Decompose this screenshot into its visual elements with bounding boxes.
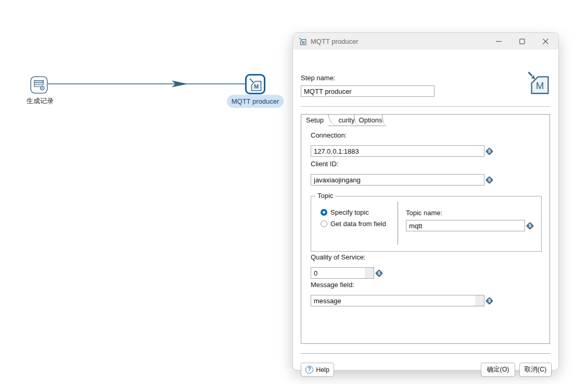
mqtt-glyph: M (248, 77, 262, 92)
footer-separator (301, 353, 550, 354)
cancel-button[interactable]: 取消(C) (519, 363, 552, 377)
tab-underline (328, 126, 386, 126)
dialog-step-icon: M (526, 69, 550, 95)
topic-group: Topic Specify topic Get data from field … (311, 196, 542, 252)
svg-text:M: M (302, 41, 305, 44)
get-data-from-field-radio-row[interactable]: Get data from field (321, 220, 386, 228)
ok-button[interactable]: 确定(O) (481, 363, 515, 377)
tab-folder: Setup Security Options Connection: $ Cli… (301, 114, 550, 344)
qos-combo-dropdown[interactable] (365, 268, 374, 278)
dialog-titlebar[interactable]: M MQTT producer (293, 33, 558, 49)
variable-icon: $ (485, 297, 493, 305)
maximize-button[interactable] (510, 33, 534, 49)
topic-name-label: Topic name: (406, 209, 442, 217)
tab-setup[interactable]: Setup (301, 115, 328, 126)
qos-label: Quality of Service: (311, 253, 366, 261)
mqtt-producer-dialog: M MQTT producer Step name: (293, 33, 558, 370)
message-field-combo-dropdown[interactable] (475, 295, 484, 306)
specify-topic-radio-row[interactable]: Specify topic (321, 208, 369, 216)
maximize-icon (519, 39, 525, 44)
dialog-title-icon: M (299, 37, 306, 45)
variable-icon: $ (485, 147, 493, 155)
step-name-label: Step name: (301, 74, 336, 82)
cancel-button-label: 取消(C) (525, 365, 546, 374)
ok-button-label: 确定(O) (487, 365, 509, 374)
help-icon: ? (305, 366, 313, 374)
tab-options[interactable]: Options (356, 115, 385, 126)
specify-topic-radio[interactable] (321, 209, 327, 216)
help-button-label: Help (316, 366, 329, 374)
step-label-generate-rows: 生成记录 (20, 96, 60, 106)
mqtt-producer-icon[interactable]: M (245, 74, 265, 94)
specify-topic-label: Specify topic (330, 208, 369, 216)
variable-icon: $ (375, 269, 383, 277)
variable-icon: $ (485, 176, 493, 184)
message-field-combo[interactable] (311, 295, 484, 306)
dialog-title: MQTT producer (311, 38, 359, 45)
variable-icon: $ (526, 222, 534, 230)
help-button[interactable]: ? Help (301, 363, 334, 377)
minimize-button[interactable] (487, 33, 510, 49)
svg-text:M: M (254, 83, 259, 89)
generate-rows-icon[interactable] (30, 76, 48, 94)
header-separator (301, 106, 550, 107)
get-data-from-field-label: Get data from field (330, 220, 386, 228)
transformation-canvas[interactable]: 生成记录 M MQTT producer (0, 0, 293, 384)
topic-group-divider (398, 202, 398, 245)
topic-group-legend: Topic (315, 192, 335, 200)
topic-name-input[interactable] (406, 220, 525, 231)
get-data-from-field-radio[interactable] (321, 220, 327, 227)
client-id-input[interactable] (311, 174, 484, 185)
step-name-input[interactable] (301, 85, 434, 97)
close-icon (543, 39, 548, 44)
connection-label: Connection: (311, 131, 347, 139)
connection-input[interactable] (311, 145, 484, 157)
step-label-mqtt-producer: MQTT producer (227, 95, 284, 108)
svg-text:M: M (536, 80, 544, 91)
minimize-icon (496, 39, 502, 44)
message-field-label: Message field: (311, 281, 354, 289)
close-button[interactable] (534, 33, 557, 49)
client-id-label: Client ID: (311, 160, 338, 168)
